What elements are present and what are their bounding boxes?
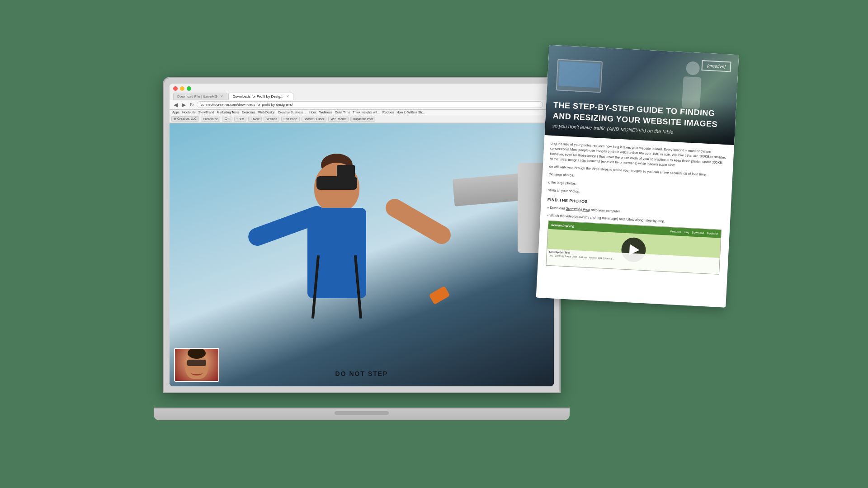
bookmark-howto[interactable]: How to Write a Str... <box>396 111 425 114</box>
harness-straps <box>305 255 368 341</box>
bookmark-think[interactable]: Think Insights wit... <box>353 111 380 114</box>
doc-video-thumbnail[interactable]: ScreamingFrog Features Blog Download Pur… <box>546 221 722 275</box>
webcam-hair <box>188 348 206 359</box>
video-nav-4: Purchase <box>707 231 718 236</box>
back-button[interactable]: ◀ <box>172 102 179 108</box>
laptop-screen-bezel: Download File | iLoveMG ✕ Downloads for … <box>170 84 554 386</box>
laptop-base <box>154 408 570 420</box>
toolbar-beaver[interactable]: Beaver Builder <box>302 117 327 122</box>
address-bar-input[interactable]: connecttocreative.com/downloads-for-prof… <box>197 101 543 108</box>
toolbar-duplicate[interactable]: Duplicate Post <box>350 117 375 122</box>
skydiver-person <box>246 163 427 386</box>
bookmark-inbox[interactable]: Inbox <box>309 111 316 114</box>
bookmark-creative-biz[interactable]: Creative Business... <box>278 111 306 114</box>
toolbar-settings[interactable]: Settings <box>264 117 279 122</box>
toolbar-creative[interactable]: ⊕ Creative, LLC <box>171 116 199 122</box>
browser-traffic-lights <box>170 84 554 93</box>
toolbar-updates[interactable]: ↑ 305 <box>234 117 246 122</box>
address-url-text: connecttocreative.com/downloads-for-prof… <box>201 103 293 107</box>
doc-monitor-screen <box>558 61 600 88</box>
reload-button[interactable]: ↻ <box>189 102 195 108</box>
browser-wp-toolbar: ⊕ Creative, LLC Customize 🗨 1 ↑ 305 + Ne… <box>170 115 554 123</box>
browser-chrome: Download File | iLoveMG ✕ Downloads for … <box>170 84 554 123</box>
browser-window: Download File | iLoveMG ✕ Downloads for … <box>170 84 554 386</box>
video-nav-3: Download <box>692 230 704 235</box>
bookmark-webdesign[interactable]: Web Design <box>258 111 275 114</box>
laptop: Download File | iLoveMG ✕ Downloads for … <box>163 77 561 420</box>
doc-monitor-decoration <box>556 59 603 93</box>
minimize-window-button[interactable] <box>180 86 184 91</box>
bookmark-storybrand[interactable]: StoryBrand <box>198 111 214 114</box>
main-scene: Download File | iLoveMG ✕ Downloads for … <box>163 41 705 447</box>
browser-tabs: Download File | iLoveMG ✕ Downloads for … <box>170 93 554 100</box>
webcam-glasses <box>187 360 206 366</box>
bookmark-quiet[interactable]: Quiet Time <box>335 111 350 114</box>
doc-video-nav: Features Blog Download Purchase <box>670 229 718 236</box>
webcam-inner <box>175 349 218 381</box>
laptop-body: Download File | iLoveMG ✕ Downloads for … <box>163 77 561 393</box>
bookmark-recipes[interactable]: Recipes <box>382 111 394 114</box>
silhouette-head <box>686 61 700 75</box>
browser-tab-1[interactable]: Download File | iLoveMG ✕ <box>173 93 227 100</box>
bullet-1-text: » Download <box>547 205 566 210</box>
browser-content-area: DO NOT STEP <box>170 123 554 386</box>
toolbar-customize[interactable]: Customize <box>201 117 220 122</box>
webcam-face <box>185 354 208 379</box>
bookmark-marketing[interactable]: Marketing Tools <box>217 111 239 114</box>
bullet-1-suffix: onto your computer <box>590 207 620 213</box>
bookmark-exercises[interactable]: Exercises <box>241 111 255 114</box>
person-head <box>314 163 359 212</box>
tab-2-label: Downloads for Profit by Desig... <box>232 94 283 99</box>
screaming-frog-link[interactable]: Screaming Frog <box>566 206 590 211</box>
toolbar-editpage[interactable]: Edit Page <box>281 117 299 122</box>
forward-button[interactable]: ▶ <box>180 102 187 108</box>
person-goggles <box>316 176 357 190</box>
toolbar-comments[interactable]: 🗨 1 <box>222 117 232 122</box>
toolbar-new[interactable]: + New <box>248 117 262 122</box>
video-nav-2: Blog <box>684 230 689 235</box>
helmet-camera <box>337 165 355 178</box>
bookmark-hootsuite[interactable]: Hootsuite <box>182 111 196 114</box>
bookmark-wellness[interactable]: Wellness <box>319 111 332 114</box>
tab-1-close[interactable]: ✕ <box>220 94 223 99</box>
tab-2-close[interactable]: ✕ <box>286 94 289 99</box>
webcam-overlay <box>174 348 219 382</box>
bookmark-apps[interactable]: Apps <box>172 111 179 114</box>
doc-brand-badge: [creative] <box>702 60 731 72</box>
browser-tab-2[interactable]: Downloads for Profit by Desig... ✕ <box>228 93 293 100</box>
guide-document: [creative] THE STEP-BY-STEP GUIDE TO FIN… <box>536 45 739 307</box>
doc-body-content: cing the size of your photos reduces how… <box>538 135 734 281</box>
skydive-photo: DO NOT STEP <box>170 123 554 386</box>
doc-header-image: [creative] THE STEP-BY-STEP GUIDE TO FIN… <box>544 45 739 145</box>
browser-bookmarks-bar: Apps Hootsuite StoryBrand Marketing Tool… <box>170 110 554 115</box>
maximize-window-button[interactable] <box>187 86 191 91</box>
webcam-smile <box>191 370 203 375</box>
video-nav-1: Features <box>670 229 681 234</box>
close-window-button[interactable] <box>173 86 178 91</box>
toolbar-wprocket[interactable]: WP Rocket <box>328 117 349 122</box>
tab-1-label: Download File | iLoveMG <box>177 94 217 99</box>
screaming-frog-logo: ScreamingFrog <box>551 223 575 229</box>
browser-addressbar: ◀ ▶ ↻ connecttocreative.com/downloads-fo… <box>170 100 554 110</box>
do-not-step-text: DO NOT STEP <box>335 370 388 377</box>
